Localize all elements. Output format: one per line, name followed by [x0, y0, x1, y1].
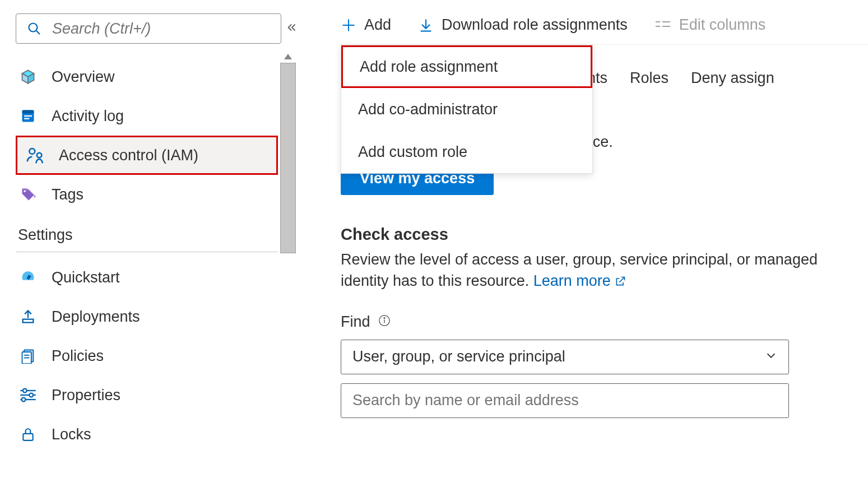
- add-button[interactable]: Add: [341, 16, 391, 34]
- search-box[interactable]: [16, 13, 281, 44]
- svg-point-16: [23, 389, 27, 393]
- tab-deny-assignments-partial[interactable]: Deny assign: [691, 69, 774, 87]
- learn-more-link[interactable]: Learn more: [533, 272, 626, 289]
- people-icon: [25, 146, 45, 165]
- svg-rect-21: [23, 434, 33, 440]
- nav-label: Activity log: [52, 108, 124, 125]
- toolbar-label: Add: [364, 16, 391, 34]
- sidebar-item-quickstart[interactable]: Quickstart: [16, 258, 290, 297]
- nav-label: Properties: [52, 387, 120, 404]
- menu-item-add-custom-role[interactable]: Add custom role: [341, 131, 592, 173]
- lock-icon: [18, 426, 38, 442]
- nav-label: Access control (IAM): [59, 147, 198, 164]
- quickstart-icon: [18, 270, 38, 285]
- menu-item-add-role-assignment[interactable]: Add role assignment: [341, 45, 592, 88]
- identity-search-box[interactable]: [341, 383, 789, 418]
- scroll-up-icon[interactable]: [280, 50, 296, 63]
- nav-label: Deployments: [52, 308, 140, 326]
- sidebar-item-properties[interactable]: Properties: [16, 375, 290, 415]
- search-input[interactable]: [52, 20, 273, 38]
- svg-point-34: [384, 317, 385, 318]
- svg-rect-3: [22, 110, 34, 114]
- plus-icon: [341, 17, 356, 33]
- tag-icon: [18, 187, 38, 202]
- identity-search-input[interactable]: [352, 392, 777, 409]
- info-icon[interactable]: [378, 313, 391, 331]
- nav-label: Quickstart: [52, 269, 120, 286]
- svg-point-8: [24, 190, 26, 192]
- check-access-desc: Review the level of access a user, group…: [341, 249, 828, 292]
- svg-point-6: [29, 149, 35, 154]
- nav-label: Policies: [52, 347, 104, 365]
- toolbar-label: Download role assignments: [442, 16, 628, 34]
- svg-point-20: [22, 398, 26, 402]
- svg-point-7: [37, 153, 42, 158]
- tabs-bar: nts Roles Deny assign: [587, 69, 868, 87]
- sidebar-item-activity-log[interactable]: Activity log: [16, 96, 290, 136]
- log-icon: [18, 108, 38, 124]
- menu-item-label: Add role assignment: [360, 58, 498, 76]
- add-dropdown-menu: Add role assignment Add co-administrator…: [341, 45, 593, 174]
- external-link-icon: [615, 276, 626, 287]
- svg-point-18: [29, 393, 33, 397]
- settings-section-heading: Settings: [16, 214, 278, 252]
- toolbar-label: Edit columns: [679, 16, 766, 34]
- sidebar-item-tags[interactable]: Tags: [16, 175, 290, 214]
- tab-roles[interactable]: Roles: [630, 69, 669, 87]
- svg-marker-22: [284, 54, 292, 59]
- policies-icon: [18, 348, 38, 364]
- download-icon: [418, 17, 434, 33]
- columns-icon: [655, 18, 671, 32]
- download-button[interactable]: Download role assignments: [418, 16, 628, 34]
- menu-item-add-co-administrator[interactable]: Add co-administrator: [341, 88, 592, 131]
- chevron-down-icon: [765, 348, 777, 365]
- sidebar-nav: Overview Activity log Access control (IA…: [0, 0, 296, 501]
- deployments-icon: [18, 309, 38, 324]
- svg-rect-4: [24, 115, 32, 117]
- svg-line-31: [620, 277, 625, 282]
- find-label: Find: [341, 313, 370, 331]
- sidebar-item-locks[interactable]: Locks: [16, 415, 290, 454]
- sidebar-item-access-control[interactable]: Access control (IAM): [16, 136, 278, 175]
- scroll-thumb[interactable]: [280, 63, 296, 253]
- sidebar-item-policies[interactable]: Policies: [16, 336, 290, 375]
- command-bar: Add Download role assignments Edit colum…: [341, 0, 868, 45]
- svg-point-0: [29, 24, 38, 32]
- identity-type-select[interactable]: User, group, or service principal: [341, 340, 789, 374]
- main-panel: Add Download role assignments Edit colum…: [296, 0, 868, 501]
- nav-label: Tags: [52, 186, 83, 203]
- search-icon: [24, 22, 44, 35]
- svg-rect-10: [23, 319, 34, 323]
- nav-label: Locks: [52, 426, 91, 443]
- properties-icon: [18, 387, 38, 403]
- check-access-heading: Check access: [341, 225, 868, 244]
- menu-item-label: Add co-administrator: [358, 101, 498, 118]
- cube-icon: [18, 69, 38, 85]
- sidebar-scrollbar[interactable]: [280, 50, 296, 501]
- svg-rect-5: [24, 118, 29, 119]
- menu-item-label: Add custom role: [358, 143, 467, 161]
- nav-label: Overview: [52, 68, 115, 86]
- sidebar-item-overview[interactable]: Overview: [16, 57, 290, 96]
- sidebar-item-deployments[interactable]: Deployments: [16, 297, 290, 336]
- edit-columns-button[interactable]: Edit columns: [655, 16, 766, 34]
- select-value: User, group, or service principal: [352, 348, 565, 365]
- svg-line-1: [36, 31, 40, 34]
